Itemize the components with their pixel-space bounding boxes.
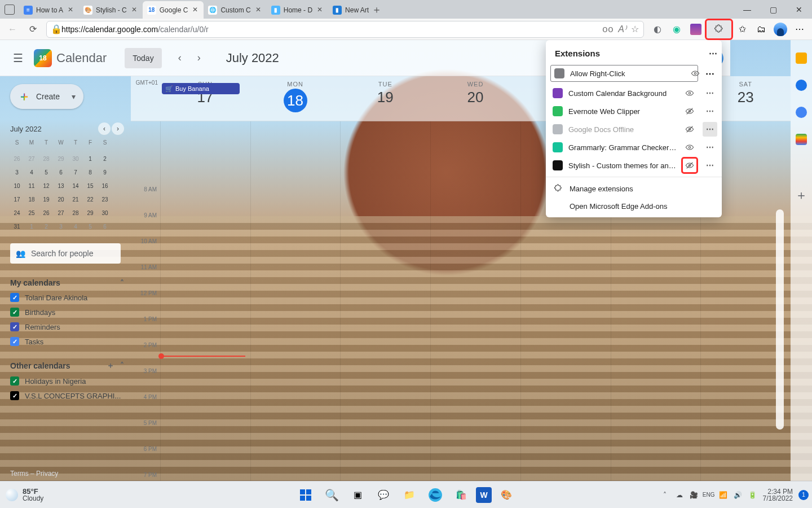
extension-more-button[interactable]: ⋯ (703, 104, 717, 119)
other-calendars-header[interactable]: Other calendars ＋ ˄ (10, 361, 124, 371)
taskbar-clock[interactable]: 2:34 PM 7/18/2022 (763, 488, 793, 502)
mini-day[interactable]: 27 (25, 153, 38, 165)
mini-day[interactable]: 25 (25, 207, 38, 220)
next-week-button[interactable]: › (190, 49, 208, 67)
calendar-item[interactable]: Holidays in Nigeria (10, 376, 124, 386)
mini-day[interactable]: 7 (69, 167, 82, 179)
mini-day[interactable]: 26 (39, 207, 53, 220)
mini-day[interactable]: 19 (39, 194, 53, 206)
mini-calendar[interactable]: July 2022 ‹ › SMTWTFS2627282930123456789… (10, 122, 124, 233)
mini-day[interactable]: 20 (54, 194, 68, 206)
mini-day[interactable]: 14 (69, 180, 82, 192)
mini-day[interactable]: 3 (54, 221, 68, 233)
language-icon[interactable]: ENG (704, 491, 713, 500)
tab-close-icon[interactable]: ✕ (130, 6, 138, 14)
word-icon[interactable]: W (476, 487, 492, 503)
meet-now-icon[interactable]: 🎥 (690, 491, 699, 500)
mini-day[interactable]: 23 (98, 194, 112, 206)
mini-day[interactable]: 3 (10, 167, 24, 179)
mini-day[interactable]: 31 (10, 221, 24, 233)
tab-actions-icon[interactable] (5, 5, 15, 15)
open-edge-addons[interactable]: Open Microsoft Edge Add-ons (546, 198, 722, 215)
search-icon[interactable]: 🔍 (320, 484, 343, 506)
browser-tab[interactable]: ▮Home - D✕ (267, 1, 328, 19)
browser-tab[interactable]: ≡How to A✕ (19, 1, 79, 19)
mini-day[interactable]: 30 (69, 153, 82, 165)
battery-icon[interactable]: 🔋 (748, 491, 757, 500)
mini-day[interactable]: 26 (10, 153, 24, 165)
my-calendars-header[interactable]: My calendars ˄ (10, 278, 124, 287)
ext-allow-right-click-icon[interactable]: ◐ (648, 20, 667, 38)
calendar-checkbox[interactable] (10, 293, 19, 302)
event-buy-banana[interactable]: 🛒 Buy Banana (162, 83, 240, 94)
day-column[interactable] (340, 121, 430, 481)
calendar-item[interactable]: Reminders (10, 322, 124, 331)
notification-badge[interactable]: 1 (798, 490, 809, 500)
tab-close-icon[interactable]: ✕ (254, 6, 262, 14)
toggle-visibility-button[interactable] (688, 66, 703, 81)
extension-row[interactable]: Stylish - Custom themes for any w... ⋯ (546, 156, 722, 174)
profile-button[interactable] (771, 20, 789, 38)
mini-day[interactable]: 1 (25, 221, 38, 233)
calendar-checkbox[interactable] (10, 337, 19, 346)
maps-icon[interactable] (796, 134, 807, 145)
prev-week-button[interactable]: ‹ (171, 49, 189, 67)
tray-chevron-icon[interactable]: ˄ (660, 491, 669, 500)
toggle-visibility-button[interactable] (682, 104, 697, 119)
footer-links[interactable]: Terms – Privacy (10, 470, 58, 478)
day-header-cell[interactable]: TUE19 (340, 76, 430, 121)
mini-day[interactable]: 22 (83, 194, 97, 206)
calendar-item[interactable]: V.S.L CONCEPTS GRAPHI... (10, 391, 124, 400)
chat-icon[interactable]: 💬 (372, 484, 395, 506)
keep-icon[interactable] (796, 52, 807, 64)
volume-icon[interactable]: 🔊 (734, 491, 743, 500)
extension-more-button[interactable]: ⋯ (703, 86, 717, 100)
ext-custom-bg-icon[interactable] (690, 24, 701, 35)
calendar-checkbox[interactable] (10, 376, 19, 386)
browser-menu[interactable]: ⋯ (791, 20, 809, 38)
toggle-visibility-button[interactable] (682, 140, 697, 155)
store-icon[interactable]: 🛍️ (450, 484, 473, 506)
mini-day[interactable]: 18 (25, 194, 38, 206)
extension-row[interactable]: Allow Right-Click (550, 65, 698, 82)
collections-button[interactable]: 🗂 (752, 20, 770, 38)
mini-day[interactable]: 9 (98, 167, 112, 179)
calendar-item[interactable]: Tolani Dare Akinola (10, 293, 124, 302)
toggle-visibility-button[interactable] (682, 158, 697, 173)
today-button[interactable]: Today (125, 48, 161, 68)
tab-close-icon[interactable]: ✕ (67, 6, 74, 14)
extension-more-button[interactable]: ⋯ (703, 122, 717, 137)
mini-day[interactable]: 4 (25, 167, 38, 179)
mini-day[interactable]: 30 (98, 207, 112, 220)
taskbar-weather[interactable]: 85°F Cloudy (0, 488, 43, 502)
browser-tab[interactable]: ▮New Artic✕ (328, 1, 369, 19)
mini-day[interactable]: 8 (83, 167, 97, 179)
mini-day[interactable]: 6 (98, 221, 112, 233)
mini-day[interactable]: 2 (98, 153, 112, 165)
extension-more-button[interactable]: ⋯ (703, 158, 717, 173)
reader-icon[interactable]: ᴏᴏ (602, 24, 614, 34)
main-menu-icon[interactable]: ☰ (7, 47, 29, 69)
day-column[interactable] (160, 121, 250, 481)
extension-row[interactable]: Google Docs Offline ⋯ (546, 120, 722, 138)
wifi-icon[interactable]: 📶 (719, 491, 728, 500)
create-button[interactable]: ＋ Create ▾ (10, 84, 83, 109)
mini-day[interactable]: 21 (69, 194, 82, 206)
mini-day[interactable]: 6 (54, 167, 68, 179)
calendar-checkbox[interactable] (10, 308, 19, 317)
day-column[interactable] (430, 121, 520, 481)
mini-day[interactable]: 28 (39, 153, 53, 165)
toggle-visibility-button[interactable] (682, 122, 697, 137)
mini-day[interactable]: 12 (39, 180, 53, 192)
nav-back[interactable]: ← (3, 20, 21, 38)
window-maximize[interactable]: ▢ (760, 0, 786, 19)
edge-icon[interactable] (424, 484, 447, 506)
mini-day[interactable]: 29 (83, 207, 97, 220)
calendar-checkbox[interactable] (10, 322, 19, 331)
browser-tab[interactable]: 🌐Custom C✕ (204, 1, 266, 19)
site-info-icon[interactable]: 🔒 (51, 24, 61, 34)
extension-row[interactable]: Grammarly: Grammar Checker and... ⋯ (546, 138, 722, 156)
mini-day[interactable]: 13 (54, 180, 68, 192)
mini-day[interactable]: 2 (39, 221, 53, 233)
extension-more-button[interactable]: ⋯ (703, 140, 717, 155)
